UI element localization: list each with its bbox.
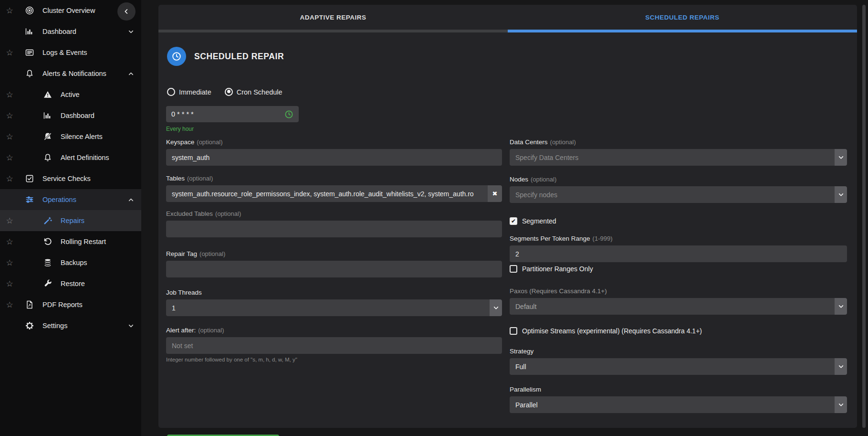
clock-badge-icon: [167, 47, 186, 66]
segmented-checkbox-row[interactable]: ✔ Segmented: [510, 217, 847, 225]
favorite-star-icon[interactable]: ☆: [5, 174, 14, 184]
alert-after-input[interactable]: Not set: [166, 337, 502, 354]
data-centers-select[interactable]: Specify Data Centers: [510, 149, 847, 166]
strategy-label: Strategy: [510, 348, 533, 355]
sidebar-item-label: Settings: [42, 322, 67, 330]
field-keyspace: Keyspace(optional) system_auth: [166, 138, 502, 166]
sidebar-item-operations[interactable]: ☆ Operations: [0, 189, 141, 210]
excluded-tables-input[interactable]: [166, 221, 502, 237]
chevron-down-icon[interactable]: [835, 149, 847, 166]
chevron-up-icon[interactable]: [127, 196, 135, 203]
sidebar-item-pdf-reports[interactable]: ☆ PDF Reports: [0, 294, 141, 315]
sidebar-item-service-checks[interactable]: ☆ Service Checks: [0, 168, 141, 189]
favorite-star-icon[interactable]: ☆: [5, 48, 14, 58]
chevron-left-icon: [123, 8, 130, 15]
radio-immediate[interactable]: Immediate: [167, 88, 211, 96]
partitioner-ranges-checkbox[interactable]: [510, 265, 517, 273]
partitioner-ranges-checkbox-row[interactable]: Partitioner Ranges Only: [510, 265, 847, 273]
favorite-star-icon[interactable]: ☆: [5, 237, 14, 247]
sidebar-item-label: Operations: [42, 196, 76, 203]
sliders-icon: [24, 194, 35, 205]
repairs-panel: ADAPTIVE REPAIRS SCHEDULED REPAIRS SCHED…: [158, 5, 857, 428]
optimise-streams-checkbox-row[interactable]: Optimise Streams (experimental) (Require…: [510, 327, 847, 335]
sidebar-item-active[interactable]: ☆ Active: [0, 84, 141, 105]
sidebar-item-dashboard-sub[interactable]: ☆ Dashboard: [0, 105, 141, 126]
chevron-up-icon[interactable]: [127, 70, 135, 77]
alert-after-label: Alert after:: [166, 327, 196, 334]
cron-clock-icon[interactable]: [284, 110, 293, 119]
radio-immediate-label: Immediate: [179, 88, 211, 96]
favorite-star-icon[interactable]: ☆: [5, 258, 14, 268]
sidebar-item-repairs[interactable]: ☆ Repairs: [0, 210, 141, 231]
chevron-down-icon[interactable]: [490, 299, 502, 316]
sidebar-item-label: Service Checks: [42, 175, 91, 182]
partitioner-ranges-label: Partitioner Ranges Only: [522, 265, 593, 273]
repairs-tab-bar: ADAPTIVE REPAIRS SCHEDULED REPAIRS: [158, 5, 857, 30]
radio-immediate-circle[interactable]: [167, 88, 175, 96]
favorite-star-icon[interactable]: ☆: [5, 6, 14, 16]
chevron-down-icon[interactable]: [835, 396, 847, 413]
favorite-star-icon[interactable]: ☆: [5, 90, 14, 100]
tables-input[interactable]: system_auth.resource_role_permissons_ind…: [166, 185, 502, 202]
radio-cron-label: Cron Schedule: [237, 88, 282, 96]
segments-input[interactable]: 2: [510, 245, 847, 262]
favorite-star-icon[interactable]: ☆: [5, 153, 14, 163]
parallelism-label: Parallelism: [510, 386, 541, 393]
clear-tables-button[interactable]: ✖: [488, 185, 502, 202]
radio-cron-schedule[interactable]: Cron Schedule: [225, 88, 282, 96]
sidebar-item-alerts-notifications[interactable]: ☆ Alerts & Notifications: [0, 63, 141, 84]
sidebar-item-alert-definitions[interactable]: ☆ Alert Definitions: [0, 147, 141, 168]
cron-expression-input[interactable]: 0 * * * *: [166, 106, 299, 122]
sidebar-item-label: Alert Definitions: [61, 154, 109, 161]
repair-tag-input[interactable]: [166, 261, 502, 277]
sidebar-item-silence-alerts[interactable]: ☆ Silence Alerts: [0, 126, 141, 147]
sidebar-item-label: Active: [61, 91, 80, 98]
field-excluded-tables: Excluded Tables(optional): [166, 210, 502, 237]
optimise-streams-checkbox[interactable]: [510, 327, 517, 335]
field-repair-tag: Repair Tag(optional): [166, 250, 502, 277]
vertical-scrollbar[interactable]: [862, 5, 866, 428]
sidebar-item-label: Silence Alerts: [61, 133, 103, 140]
rotate-ccw-icon: [42, 236, 53, 247]
bar-chart-icon: [42, 110, 53, 121]
chevron-down-icon[interactable]: [835, 298, 847, 315]
favorite-star-icon[interactable]: ☆: [5, 216, 14, 226]
sidebar-collapse-button[interactable]: [117, 2, 136, 21]
sidebar-item-backups[interactable]: ☆ Backups: [0, 252, 141, 273]
radio-cron-circle[interactable]: [225, 88, 233, 96]
sidebar-item-settings[interactable]: ☆ Settings: [0, 315, 141, 336]
sidebar-item-label: Repairs: [61, 217, 84, 224]
repair-tag-label: Repair Tag: [166, 250, 197, 257]
tab-scheduled-repairs[interactable]: SCHEDULED REPAIRS: [508, 14, 857, 21]
sidebar-item-restore[interactable]: ☆ Restore: [0, 273, 141, 294]
chevron-down-icon[interactable]: [835, 186, 847, 203]
field-tables: Tables(optional) system_auth.resource_ro…: [166, 175, 502, 202]
sidebar-item-label: Restore: [61, 280, 85, 287]
tab-adaptive-repairs[interactable]: ADAPTIVE REPAIRS: [158, 14, 508, 21]
optimise-streams-label: Optimise Streams (experimental) (Require…: [522, 327, 702, 335]
favorite-star-icon[interactable]: ☆: [5, 279, 14, 289]
paxos-select[interactable]: Default: [510, 298, 847, 315]
nodes-select[interactable]: Specify nodes: [510, 186, 847, 203]
sidebar-item-rolling-restart[interactable]: ☆ Rolling Restart: [0, 231, 141, 252]
keyspace-input[interactable]: system_auth: [166, 149, 502, 166]
optional-suffix: (optional): [187, 175, 213, 182]
optional-suffix: (optional): [531, 176, 556, 183]
sidebar-item-logs-events[interactable]: ☆ Logs & Events: [0, 42, 141, 63]
optional-suffix: (optional): [198, 327, 224, 334]
strategy-select[interactable]: Full: [510, 358, 847, 375]
chevron-down-icon[interactable]: [127, 28, 135, 35]
chevron-down-icon[interactable]: [835, 358, 847, 375]
favorite-star-icon[interactable]: ☆: [5, 300, 14, 310]
field-segments-per-token-range: Segments Per Token Range(1-999) 2: [510, 235, 847, 262]
favorite-star-icon[interactable]: ☆: [5, 132, 14, 142]
bell-slash-icon: [42, 131, 53, 142]
sidebar-item-label: Dashboard: [42, 28, 76, 35]
panel-header: SCHEDULED REPAIR: [167, 47, 847, 66]
favorite-star-icon[interactable]: ☆: [5, 111, 14, 121]
segmented-checkbox[interactable]: ✔: [510, 217, 517, 225]
parallelism-select[interactable]: Parallel: [510, 396, 847, 413]
job-threads-select[interactable]: 1: [166, 299, 502, 316]
sidebar-item-dashboard[interactable]: ☆ Dashboard: [0, 21, 141, 42]
chevron-down-icon[interactable]: [127, 322, 135, 330]
